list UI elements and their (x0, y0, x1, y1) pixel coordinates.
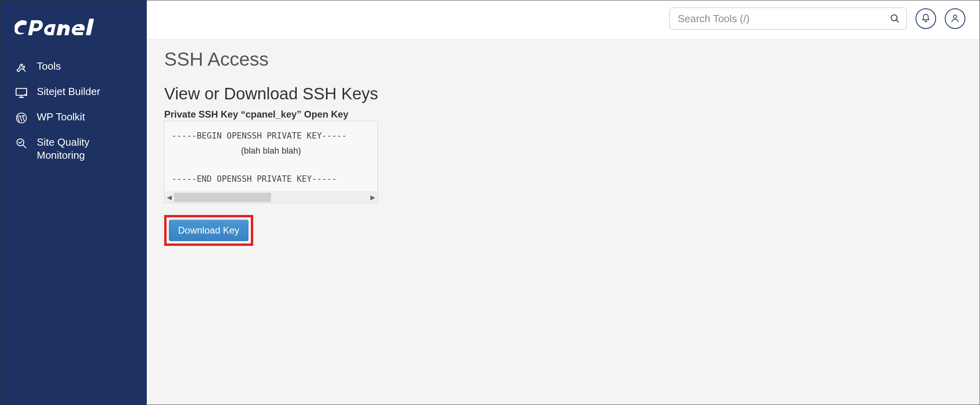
sidebar-item-label: Site Quality Monitoring (37, 136, 133, 162)
sidebar-item-sitejet[interactable]: Sitejet Builder (0, 80, 147, 105)
svg-point-5 (953, 15, 957, 18)
bell-icon (921, 13, 931, 24)
scroll-right-icon[interactable]: ▶ (368, 192, 377, 203)
search-input[interactable] (669, 8, 907, 30)
user-icon (950, 13, 960, 24)
ssh-key-box: -----BEGIN OPENSSH PRIVATE KEY----- (bla… (164, 121, 378, 203)
svg-rect-0 (86, 19, 94, 35)
magnifier-check-icon (15, 137, 28, 150)
sitejet-icon (15, 86, 28, 99)
ssh-key-body[interactable]: -----BEGIN OPENSSH PRIVATE KEY----- (bla… (165, 127, 377, 192)
topbar (147, 0, 980, 40)
horizontal-scrollbar[interactable]: ◀ ▶ (165, 192, 377, 203)
sidebar-item-label: Sitejet Builder (37, 85, 133, 98)
search-wrap (669, 8, 907, 30)
key-label: Private SSH Key “cpanel_key” Open Key (164, 109, 962, 120)
sidebar-item-site-quality[interactable]: Site Quality Monitoring (0, 130, 147, 167)
brand-logo (0, 16, 147, 54)
key-placeholder: (blah blah blah) (172, 143, 370, 158)
download-highlight: Download Key (164, 215, 253, 246)
sidebar: Tools Sitejet Builder WP Toolkit (0, 0, 147, 405)
key-end: -----END OPENSSH PRIVATE KEY----- (172, 174, 337, 184)
sidebar-item-tools[interactable]: Tools (0, 54, 147, 80)
download-key-button[interactable]: Download Key (169, 220, 248, 241)
page-title: SSH Access (164, 48, 962, 70)
notifications-button[interactable] (916, 8, 936, 29)
key-begin: -----BEGIN OPENSSH PRIVATE KEY----- (172, 131, 347, 141)
scroll-track[interactable] (174, 192, 368, 203)
account-button[interactable] (945, 8, 965, 29)
sidebar-nav: Tools Sitejet Builder WP Toolkit (0, 54, 147, 167)
sidebar-item-wp-toolkit[interactable]: WP Toolkit (0, 105, 147, 130)
wordpress-icon (15, 111, 28, 125)
scroll-left-icon[interactable]: ◀ (165, 192, 174, 203)
content: SSH Access View or Download SSH Keys Pri… (147, 40, 980, 262)
sidebar-item-label: WP Toolkit (37, 110, 133, 124)
scroll-thumb[interactable] (174, 193, 271, 202)
tools-icon (15, 61, 28, 74)
main: SSH Access View or Download SSH Keys Pri… (147, 0, 980, 405)
section-title: View or Download SSH Keys (164, 84, 962, 103)
sidebar-item-label: Tools (37, 60, 133, 73)
